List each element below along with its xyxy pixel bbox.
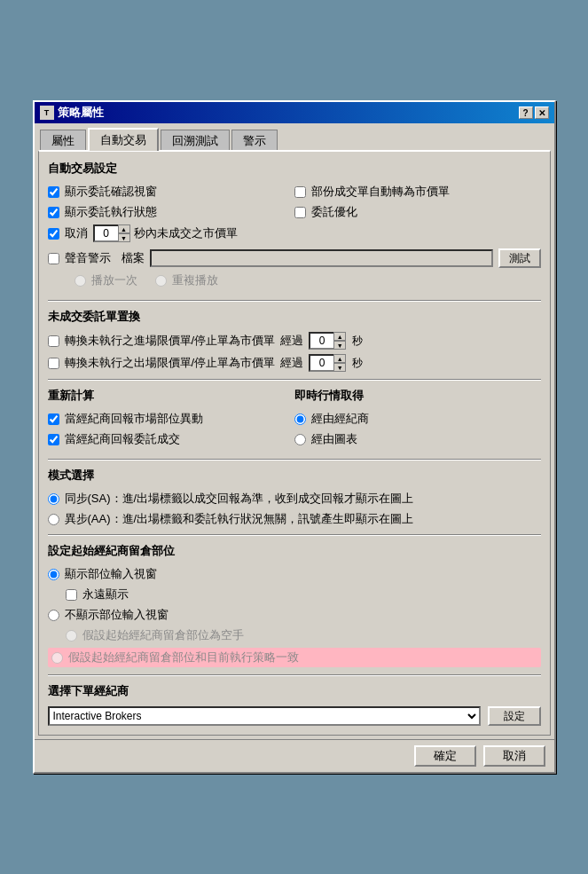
- replace-entry-up[interactable]: ▲: [333, 332, 346, 341]
- repeat-play-radio[interactable]: [155, 275, 167, 287]
- show-confirm-window-checkbox[interactable]: [48, 186, 59, 198]
- realtime-col: 即時行情取得 經由經紀商 經由圖表: [294, 388, 541, 452]
- realtime-chart-radio[interactable]: [294, 434, 306, 445]
- recalc-position-checkbox[interactable]: [48, 413, 59, 425]
- replace-exit-input[interactable]: [310, 357, 333, 369]
- assume-empty-row: 假設起始經紀商留倉部位為空手: [48, 627, 541, 643]
- play-row: 播放一次 重複播放: [48, 272, 541, 293]
- broker-section-title: 選擇下單經紀商: [48, 683, 541, 699]
- assume-empty-label: 假設起始經紀商留倉部位為空手: [82, 627, 244, 643]
- sound-alert-checkbox[interactable]: [48, 253, 59, 264]
- recalc-col: 重新計算 當經紀商回報市場部位異動 當經紀商回報委託成交: [48, 388, 294, 452]
- cancel-seconds-input[interactable]: [95, 227, 118, 240]
- mode-sa-label: 同步(SA)：進/出場標籤以成交回報為準，收到成交回報才顯示在圖上: [65, 491, 414, 507]
- ok-button[interactable]: 確定: [414, 745, 476, 767]
- replace-entry-unit: 秒: [352, 334, 363, 349]
- cancel-seconds-up[interactable]: ▲: [118, 224, 130, 233]
- recalc-section-title: 重新計算: [48, 388, 294, 404]
- tab-auto-trade[interactable]: 自動交易: [88, 128, 159, 151]
- partial-fill-label: 部份成交單自動轉為市價單: [311, 184, 450, 200]
- play-once-label: 播放一次: [91, 272, 137, 288]
- dialog-title: 策略屬性: [58, 105, 104, 121]
- play-once-row: 播放一次: [74, 272, 137, 288]
- mode-aa-label: 異步(AA)：進/出場標籤和委託執行狀況無關，訊號產生即顯示在圖上: [65, 511, 414, 527]
- no-show-window-radio[interactable]: [48, 610, 59, 621]
- replace-exit-suffix: 經過: [280, 355, 303, 371]
- divider3: [48, 459, 541, 461]
- checkbox-col1: 顯示委託確認視窗 顯示委託執行狀態 取消 ▲ ▼: [48, 184, 294, 247]
- checkbox-col2: 部份成交單自動轉為市價單 委託優化: [294, 184, 541, 247]
- realtime-broker-label: 經由經紀商: [311, 411, 369, 427]
- cancel-checkbox[interactable]: [48, 228, 59, 240]
- realtime-section-title: 即時行情取得: [294, 388, 541, 404]
- divider4: [48, 534, 541, 536]
- partial-fill-checkbox[interactable]: [294, 186, 306, 198]
- assume-empty-radio[interactable]: [66, 630, 77, 642]
- replace-exit-down[interactable]: ▼: [333, 363, 346, 372]
- close-button[interactable]: ✕: [535, 106, 549, 119]
- sound-row: 聲音警示 檔案 測試: [48, 248, 541, 268]
- assume-match-radio[interactable]: [51, 652, 63, 664]
- dialog-window: T 策略屬性 ? ✕ 屬性 自動交易 回溯測試 警示 自動交易設定 顯示委託確認…: [33, 100, 556, 774]
- mode-aa-radio[interactable]: [48, 514, 59, 525]
- replace-entry-spinbtns: ▲ ▼: [333, 332, 346, 350]
- broker-dropdown[interactable]: Interactive Brokers: [48, 706, 481, 726]
- pending-section-title: 未成交委託單置換: [48, 309, 541, 325]
- show-position-window-label: 顯示部位輸入視窗: [65, 566, 157, 582]
- show-position-window-radio[interactable]: [48, 569, 59, 580]
- broker-row: Interactive Brokers 設定: [48, 706, 541, 726]
- mode-sa-row: 同步(SA)：進/出場標籤以成交回報為準，收到成交回報才顯示在圖上: [48, 491, 541, 507]
- cancel-seconds-down[interactable]: ▼: [118, 233, 130, 242]
- replace-exit-row: 轉換未執行之出場限價單/停止單為市價單 經過 ▲ ▼ 秒: [48, 354, 541, 372]
- cancel-button[interactable]: 取消: [483, 745, 545, 767]
- test-button[interactable]: 測試: [498, 248, 541, 268]
- replace-entry-suffix: 經過: [280, 333, 303, 349]
- recalc-fill-label: 當經紀商回報委託成交: [65, 431, 180, 447]
- auto-trade-section-title: 自動交易設定: [48, 161, 541, 177]
- replace-entry-down[interactable]: ▼: [333, 341, 346, 350]
- recalc-cb2-row: 當經紀商回報委託成交: [48, 431, 294, 447]
- sound-alert-label: 聲音警示: [65, 250, 111, 266]
- replace-entry-checkbox[interactable]: [48, 335, 59, 347]
- title-bar-left: T 策略屬性: [40, 105, 104, 121]
- cancel-seconds-spinbtns: ▲ ▼: [118, 224, 130, 242]
- mode-sa-radio[interactable]: [48, 493, 59, 505]
- replace-exit-spinbox[interactable]: ▲ ▼: [309, 354, 344, 372]
- broker-settings-button[interactable]: 設定: [488, 706, 541, 726]
- recalc-cb1-row: 當經紀商回報市場部位異動: [48, 411, 294, 427]
- cb3-row: 取消 ▲ ▼ 秒內未成交之市價單: [48, 224, 294, 242]
- permanent-show-row: 永遠顯示: [48, 587, 541, 602]
- realtime-broker-radio[interactable]: [294, 413, 306, 425]
- show-confirm-window-label: 顯示委託確認視窗: [65, 184, 157, 200]
- repeat-play-row: 重複播放: [155, 272, 218, 288]
- replace-entry-spinbox[interactable]: ▲ ▼: [309, 332, 344, 350]
- tab-content: 自動交易設定 顯示委託確認視窗 顯示委託執行狀態 取消: [38, 150, 551, 736]
- title-bar-icon: T: [40, 106, 54, 120]
- recalc-fill-checkbox[interactable]: [48, 434, 59, 445]
- optimize-order-checkbox[interactable]: [294, 207, 306, 218]
- replace-exit-up[interactable]: ▲: [333, 354, 346, 363]
- cb1-row: 顯示委託確認視窗: [48, 184, 294, 200]
- replace-entry-label: 轉換未執行之進場限價單/停止單為市價單: [65, 333, 276, 349]
- divider5: [48, 674, 541, 676]
- help-button[interactable]: ?: [519, 106, 533, 119]
- tabs-row: 屬性 自動交易 回溯測試 警示: [35, 123, 554, 150]
- sound-file-input[interactable]: [150, 249, 493, 267]
- cb2-row: 顯示委託執行狀態: [48, 204, 294, 220]
- mode-section-title: 模式選擇: [48, 468, 541, 484]
- replace-entry-input[interactable]: [310, 335, 333, 347]
- show-order-status-label: 顯示委託執行狀態: [65, 204, 157, 220]
- play-once-radio[interactable]: [74, 275, 86, 287]
- file-label: 檔案: [122, 250, 145, 266]
- assume-match-label: 假設起始經紀商留倉部位和目前執行策略一致: [68, 650, 299, 665]
- title-bar-buttons: ? ✕: [519, 106, 549, 119]
- show-position-window-row: 顯示部位輸入視窗: [48, 566, 541, 582]
- replace-exit-checkbox[interactable]: [48, 358, 59, 369]
- cancel-label: 取消: [65, 225, 88, 241]
- show-order-status-checkbox[interactable]: [48, 207, 59, 218]
- cancel-seconds-spinbox[interactable]: ▲ ▼: [93, 224, 129, 242]
- realtime-broker-row: 經由經紀商: [294, 411, 541, 427]
- mode-aa-row: 異步(AA)：進/出場標籤和委託執行狀況無關，訊號產生即顯示在圖上: [48, 511, 541, 527]
- permanent-show-checkbox[interactable]: [66, 589, 77, 601]
- no-show-window-label: 不顯示部位輸入視窗: [65, 607, 169, 623]
